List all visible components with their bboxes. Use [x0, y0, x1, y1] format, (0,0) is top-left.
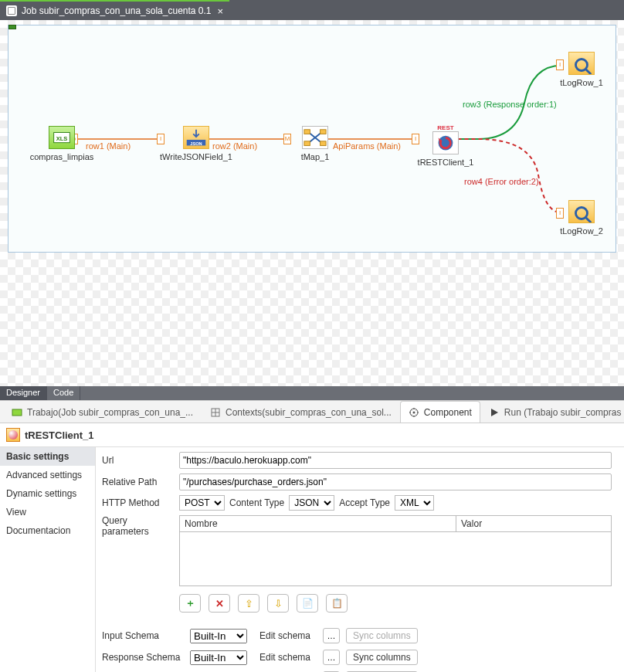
job-subjob-box: row1 (Main) row2 (Main) ApiParams (Main)… [8, 25, 616, 253]
remove-button[interactable]: ✕ [209, 594, 230, 613]
subjob-handle[interactable] [8, 25, 16, 29]
qp-col-name[interactable]: Nombre [180, 516, 456, 531]
settings-side-nav: Basic settings Advanced settings Dynamic… [0, 447, 96, 672]
tab-contexts-label: Contexts(subir_compras_con_una_sol... [226, 407, 392, 418]
rest-icon [6, 428, 20, 442]
tab-job[interactable]: Trabajo(Job subir_compras_con_una_... [3, 401, 202, 423]
svg-point-27 [412, 411, 415, 413]
node-compras-limpias[interactable]: XLS compras_limpias [27, 126, 97, 161]
qp-col-value[interactable]: Valor [456, 516, 611, 531]
nav-advanced-settings[interactable]: Advanced settings [0, 466, 95, 484]
tab-component-label: Component [424, 407, 472, 418]
svg-rect-13 [304, 141, 310, 146]
tab-run-label: Run (Trabajo subir_compras [504, 407, 622, 418]
node-tmap[interactable]: tMap_1 [280, 126, 350, 161]
svg-text:JSON: JSON [190, 141, 202, 146]
node-tlogrow1[interactable]: tLogRow_1 [549, 52, 614, 87]
add-button[interactable]: ＋ [179, 594, 201, 613]
component-body: Basic settings Advanced settings Dynamic… [0, 447, 624, 672]
play-icon [489, 407, 500, 418]
svg-point-20 [575, 207, 587, 219]
svg-rect-15 [320, 141, 327, 146]
node-label: tRESTClient_1 [407, 158, 484, 167]
editor-tab-bar: Job subir_compras_con_una_sola_cuenta 0.… [0, 0, 624, 20]
nav-dynamic-settings[interactable]: Dynamic settings [0, 484, 95, 503]
svg-line-19 [586, 70, 592, 75]
logrow-icon [568, 200, 595, 223]
node-trestclient[interactable]: REST tRESTClient_1 [407, 124, 484, 167]
rest-icon [432, 131, 459, 154]
accept-type-label: Accept Type [339, 497, 390, 508]
copy-button[interactable] [297, 594, 318, 613]
svg-rect-22 [12, 409, 22, 416]
response-schema-select[interactable]: Built-In [190, 650, 247, 665]
http-method-label: HTTP Method [102, 497, 175, 508]
nav-documentation[interactable]: Documentacion [0, 521, 95, 540]
edit-input-schema-dialog[interactable]: … [323, 628, 340, 643]
sync-response-columns[interactable]: Sync columns [346, 650, 418, 665]
response-schema-label: Response Schema [102, 652, 184, 663]
job-icon [12, 407, 22, 418]
query-params-body[interactable] [180, 532, 611, 585]
node-label: tLogRow_1 [549, 78, 614, 87]
editor-tab[interactable]: Job subir_compras_con_una_sola_cuenta 0.… [0, 0, 229, 20]
tmap-icon [302, 126, 328, 149]
tab-contexts[interactable]: Contexts(subir_compras_con_una_sol... [202, 401, 400, 423]
query-params-label: Query parameters [102, 515, 175, 537]
editor-tab-title: Job subir_compras_con_una_sola_cuenta 0.… [22, 5, 212, 16]
tab-code[interactable]: Code [47, 386, 80, 400]
component-header: tRESTClient_1 [0, 423, 624, 447]
logrow-icon [568, 52, 595, 75]
link-row3-label[interactable]: row3 (Response order:1) [463, 100, 557, 109]
input-schema-select[interactable]: Built-In [190, 629, 247, 643]
lower-tab-bar: Trabajo(Job subir_compras_con_una_... Co… [0, 400, 624, 423]
svg-marker-28 [491, 409, 498, 416]
query-params-buttons: ＋ ✕ [179, 594, 612, 613]
xls-icon: XLS [49, 126, 75, 149]
component-title: tRESTClient_1 [25, 429, 94, 441]
svg-rect-12 [304, 130, 310, 134]
edit-input-schema[interactable]: Edit schema [253, 629, 317, 643]
content-type-label: Content Type [229, 497, 284, 508]
svg-line-21 [586, 218, 592, 223]
http-method-select[interactable]: POST [179, 495, 225, 511]
node-writejson[interactable]: JSON tWriteJSONField_1 [154, 126, 239, 161]
input-schema-label: Input Schema [102, 630, 184, 641]
edit-response-schema-dialog[interactable]: … [323, 650, 340, 665]
url-input[interactable] [179, 452, 612, 469]
content-type-select[interactable]: JSON [289, 495, 334, 511]
svg-text:XLS: XLS [56, 135, 68, 142]
component-icon [409, 407, 419, 418]
node-label: compras_limpias [27, 152, 97, 161]
link-row4-label[interactable]: row4 (Error order:2) [464, 177, 539, 186]
svg-point-18 [575, 59, 587, 70]
settings-form: Url Relative Path HTTP Method POST Conte… [96, 447, 624, 672]
svg-rect-14 [320, 130, 327, 134]
paste-button[interactable] [326, 594, 348, 613]
designer-code-tabs: Designer Code [0, 386, 624, 400]
rest-badge: REST [407, 124, 484, 131]
tab-component[interactable]: Component [400, 401, 480, 423]
nav-basic-settings[interactable]: Basic settings [0, 447, 95, 466]
accept-type-select[interactable]: XML [395, 495, 434, 511]
move-up-button[interactable] [238, 594, 259, 613]
design-canvas[interactable]: row1 (Main) row2 (Main) ApiParams (Main)… [0, 20, 624, 386]
contexts-icon [210, 407, 221, 418]
nav-view[interactable]: View [0, 503, 95, 521]
json-write-icon: JSON [183, 126, 209, 149]
tab-run[interactable]: Run (Trabajo subir_compras [480, 401, 624, 423]
sync-input-columns[interactable]: Sync columns [346, 628, 418, 643]
node-tlogrow2[interactable]: tLogRow_2 [549, 200, 614, 236]
relative-path-input[interactable] [179, 473, 612, 490]
tab-designer[interactable]: Designer [0, 386, 47, 400]
query-params-header: Nombre Valor [180, 516, 611, 532]
path-label: Relative Path [102, 477, 175, 487]
query-params-table[interactable]: Nombre Valor [179, 515, 612, 586]
close-icon[interactable]: × [218, 5, 224, 17]
tab-job-label: Trabajo(Job subir_compras_con_una_... [27, 407, 193, 418]
node-label: tLogRow_2 [549, 226, 614, 236]
move-down-button[interactable] [267, 594, 289, 613]
edit-response-schema[interactable]: Edit schema [253, 650, 317, 664]
url-label: Url [102, 455, 175, 466]
job-icon [6, 5, 17, 16]
